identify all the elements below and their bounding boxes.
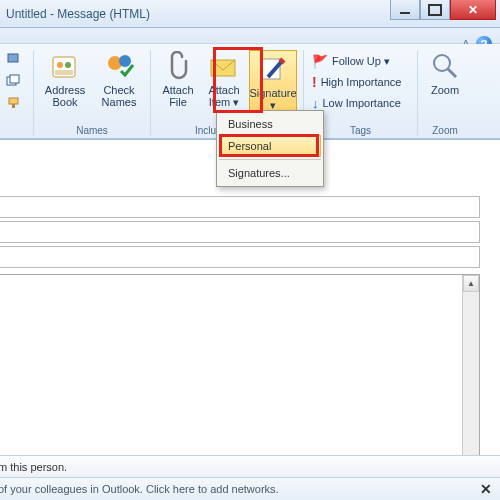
svg-rect-4	[12, 104, 15, 108]
svg-rect-3	[9, 98, 18, 104]
svg-rect-2	[10, 75, 19, 83]
svg-line-14	[448, 69, 456, 77]
svg-point-10	[119, 55, 131, 67]
address-book-label: AddressBook	[45, 84, 85, 108]
signature-label: Signature▾	[249, 87, 296, 111]
window-controls	[390, 0, 496, 20]
check-names-button[interactable]: CheckNames	[94, 50, 144, 108]
svg-point-7	[65, 62, 71, 68]
subject-field[interactable]	[0, 246, 480, 268]
message-body[interactable]: ▲ ▼	[0, 274, 480, 484]
signature-dropdown: Business Personal Signatures...	[216, 110, 324, 187]
check-names-label: CheckNames	[102, 84, 137, 108]
signature-button[interactable]: Signature▾	[249, 50, 297, 114]
minimize-button[interactable]	[390, 0, 420, 20]
menu-separator	[219, 159, 321, 160]
copy-button[interactable]	[4, 72, 24, 90]
low-importance-icon: ↓	[312, 96, 319, 111]
info-bar-1: m this person.	[0, 455, 500, 477]
scroll-up-button[interactable]: ▲	[463, 275, 479, 292]
message-fields: ▲ ▼	[0, 196, 500, 484]
high-importance-icon: !	[312, 74, 317, 90]
scroll-track[interactable]	[463, 292, 479, 466]
group-label-names: Names	[76, 123, 108, 136]
zoom-button[interactable]: Zoom	[424, 50, 466, 96]
paperclip-icon	[162, 50, 194, 82]
window-title: Untitled - Message (HTML)	[6, 7, 150, 21]
address-book-icon	[49, 50, 81, 82]
attach-file-label: AttachFile	[162, 84, 193, 108]
envelope-icon	[208, 50, 240, 82]
svg-rect-0	[8, 54, 18, 62]
svg-point-6	[57, 62, 63, 68]
close-button[interactable]	[450, 0, 496, 20]
zoom-label: Zoom	[431, 84, 459, 96]
attach-item-button[interactable]: AttachItem ▾	[203, 50, 245, 108]
follow-up-label: Follow Up ▾	[332, 55, 390, 68]
svg-point-13	[434, 55, 450, 71]
title-bar: Untitled - Message (HTML)	[0, 0, 500, 28]
ribbon-group-clipboard	[0, 50, 34, 136]
address-book-button[interactable]: AddressBook	[40, 50, 90, 108]
signature-menu-signatures[interactable]: Signatures...	[219, 162, 321, 184]
ribbon-tab-strip	[0, 28, 500, 44]
high-importance-label: High Importance	[321, 76, 402, 88]
high-importance-button[interactable]: ! High Importance	[312, 73, 409, 91]
svg-rect-8	[55, 70, 73, 75]
low-importance-button[interactable]: ↓ Low Importance	[312, 94, 409, 112]
signature-menu-business[interactable]: Business	[219, 113, 321, 135]
cut-button[interactable]	[4, 50, 24, 68]
ribbon-group-names: AddressBook CheckNames Names	[34, 50, 151, 136]
info-bar-2-text: of your colleagues in Outlook. Click her…	[0, 483, 279, 495]
maximize-button[interactable]	[420, 0, 450, 20]
format-painter-button[interactable]	[4, 94, 24, 112]
magnifier-icon	[429, 50, 461, 82]
follow-up-button[interactable]: 🚩 Follow Up ▾	[312, 52, 409, 70]
group-label-tags: Tags	[350, 123, 371, 136]
check-names-icon	[103, 50, 135, 82]
info-bar-1-text: m this person.	[0, 461, 67, 473]
group-label-zoom: Zoom	[432, 123, 458, 136]
low-importance-label: Low Importance	[323, 97, 401, 109]
attach-file-button[interactable]: AttachFile	[157, 50, 199, 108]
info-bar-close-icon[interactable]: ✕	[480, 481, 492, 497]
to-field[interactable]	[0, 196, 480, 218]
ribbon-group-zoom: Zoom Zoom	[418, 50, 472, 136]
signature-menu-personal[interactable]: Personal	[219, 135, 321, 157]
flag-icon: 🚩	[312, 54, 328, 69]
attach-item-label: AttachItem ▾	[208, 84, 239, 108]
info-bar-2[interactable]: of your colleagues in Outlook. Click her…	[0, 477, 500, 500]
signature-icon	[257, 53, 289, 85]
cc-field[interactable]	[0, 221, 480, 243]
scrollbar[interactable]: ▲ ▼	[462, 275, 479, 483]
